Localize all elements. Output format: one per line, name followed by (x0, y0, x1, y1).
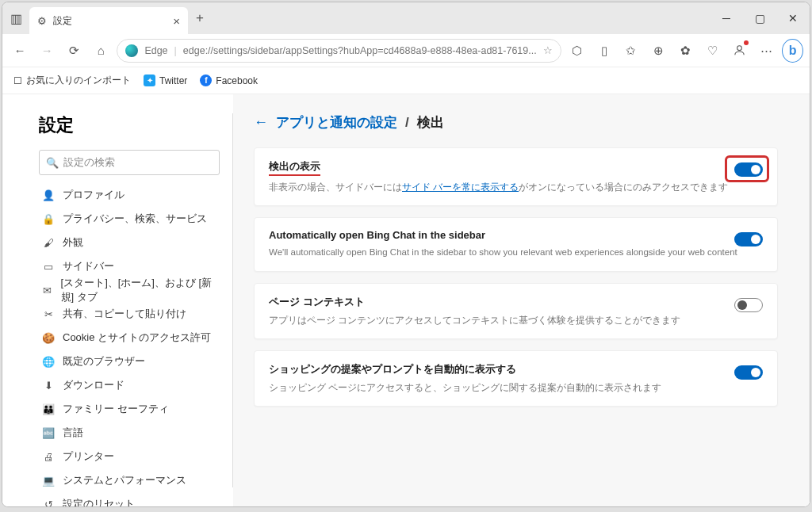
sidebar-item[interactable]: 👪ファミリー セーフティ (39, 397, 220, 421)
facebook-icon: f (200, 75, 212, 86)
fav-facebook[interactable]: fFacebook (200, 75, 258, 86)
favorites-icon[interactable]: ✩ (620, 39, 642, 63)
performance-icon[interactable]: ♡ (701, 39, 723, 63)
reading-icon[interactable]: ▯ (593, 39, 615, 63)
twitter-icon: ✦ (144, 75, 155, 86)
card-title: ページ コンテキスト (269, 295, 763, 309)
nav-item-icon: 🔤 (42, 427, 55, 439)
more-menu-icon[interactable]: ⋯ (755, 39, 777, 63)
sidebar-item[interactable]: ↺設定のリセット (39, 492, 220, 506)
breadcrumb-parent[interactable]: アプリと通知の設定 (276, 113, 397, 132)
nav-item-label: [スタート]、[ホーム]、および [新規] タブ (61, 276, 220, 304)
card-description: We'll automatically open Bing Chat in th… (269, 246, 763, 259)
nav-item-icon: 👤 (42, 189, 55, 201)
settings-card: Automatically open Bing Chat in the side… (254, 217, 778, 271)
maximize-button[interactable]: ▢ (743, 2, 776, 34)
nav-item-label: プロファイル (63, 188, 124, 202)
browser-tab[interactable]: ⚙ 設定 × (29, 7, 188, 34)
new-tab-button[interactable]: + (188, 10, 212, 26)
edge-logo-icon (125, 44, 138, 57)
nav-item-label: サイドバー (63, 259, 114, 273)
card-title: ショッピングの提案やプロンプトを自動的に表示する (269, 362, 763, 376)
nav-item-label: 言語 (63, 426, 83, 440)
nav-item-label: ダウンロード (63, 378, 124, 392)
nav-item-icon: 🌐 (42, 356, 55, 368)
card-description: アプリはページ コンテンツにアクセスしてコンテキストに基づく体験を提供することが… (269, 314, 763, 327)
sidebar-item[interactable]: ⬇ダウンロード (39, 373, 220, 397)
url-prefix: Edge (144, 45, 167, 56)
nav-item-icon: ▭ (42, 261, 55, 273)
nav-item-icon: 🖨 (42, 451, 55, 463)
toggle-switch[interactable] (734, 298, 763, 312)
settings-heading: 設定 (39, 113, 220, 137)
settings-search[interactable]: 🔍 設定の検索 (39, 150, 220, 175)
nav-item-label: 設定のリセット (63, 497, 135, 506)
nav-item-icon: 🍪 (42, 332, 55, 344)
tab-title: 設定 (53, 14, 72, 28)
toggle-switch[interactable] (734, 365, 763, 380)
nav-item-icon: ✉ (42, 285, 53, 296)
nav-item-icon: 👪 (42, 403, 55, 415)
sidebar-item[interactable]: 🍪Cookie とサイトのアクセス許可 (39, 326, 220, 350)
settings-card: ショッピングの提案やプロンプトを自動的に表示する ショッピング ページにアクセス… (254, 350, 778, 407)
nav-item-label: 共有、コピーして貼り付け (63, 307, 186, 321)
history-icon[interactable]: ✿ (674, 39, 696, 63)
sidebar-item[interactable]: 👤プロファイル (39, 183, 220, 207)
extensions-icon[interactable]: ⬡ (566, 39, 588, 63)
breadcrumb: ← アプリと通知の設定 / 検出 (254, 113, 778, 132)
breadcrumb-back[interactable]: ← (254, 114, 268, 131)
nav-item-label: プリンター (63, 449, 114, 464)
settings-sidebar: 設定 🔍 設定の検索 👤プロファイル🔒プライバシー、検索、サービス🖌外観▭サイド… (2, 94, 232, 506)
refresh-button[interactable]: ⟳ (63, 39, 85, 63)
card-title: Automatically open Bing Chat in the side… (269, 229, 763, 241)
nav-item-icon: ↺ (42, 499, 55, 507)
close-window-button[interactable]: ✕ (776, 2, 810, 34)
sidebar-item[interactable]: ▭サイドバー (39, 254, 220, 278)
sidebar-item[interactable]: ✉[スタート]、[ホーム]、および [新規] タブ (39, 278, 220, 302)
titlebar: ▥ ⚙ 設定 × + ─ ▢ ✕ (2, 2, 810, 34)
nav-item-label: ファミリー セーフティ (63, 402, 169, 416)
profile-avatar[interactable] (728, 39, 750, 63)
fav-twitter[interactable]: ✦Twitter (144, 75, 187, 86)
breadcrumb-current: 検出 (417, 113, 444, 132)
search-placeholder: 設定の検索 (63, 155, 115, 170)
svg-point-0 (737, 46, 741, 51)
favorite-star-icon[interactable]: ☆ (543, 44, 553, 56)
sidebar-item[interactable]: 🌐既定のブラウザー (39, 350, 220, 373)
url-field[interactable]: Edge | edge://settings/sidebar/appSettin… (117, 39, 561, 63)
gear-icon: ⚙ (37, 15, 47, 27)
close-tab-icon[interactable]: × (173, 14, 180, 28)
sidebar-item[interactable]: 🔤言語 (39, 421, 220, 445)
highlight-annotation (725, 155, 769, 182)
back-button[interactable]: ← (9, 39, 31, 63)
tab-overview-button[interactable]: ▥ (2, 5, 29, 32)
nav-item-icon: 🖌 (42, 237, 55, 249)
settings-card: ページ コンテキスト アプリはページ コンテンツにアクセスしてコンテキストに基づ… (254, 283, 778, 339)
address-bar: ← → ⟳ ⌂ Edge | edge://settings/sidebar/a… (2, 34, 810, 67)
sidebar-item[interactable]: 🔒プライバシー、検索、サービス (39, 207, 220, 231)
nav-item-label: 既定のブラウザー (63, 354, 145, 369)
nav-item-label: プライバシー、検索、サービス (63, 212, 207, 226)
nav-item-icon: 💻 (42, 475, 55, 487)
bing-chat-button[interactable]: b (782, 39, 803, 63)
nav-item-icon: 🔒 (42, 213, 55, 225)
nav-item-label: Cookie とサイトのアクセス許可 (63, 331, 211, 345)
card-description: ショッピング ページにアクセスすると、ショッピングに関する提案が自動的に表示され… (269, 381, 763, 395)
search-icon: 🔍 (46, 157, 59, 169)
minimize-button[interactable]: ─ (710, 2, 743, 34)
url-text: edge://settings/sidebar/appSettings?hubA… (183, 45, 537, 56)
settings-card: 検出の表示 非表示の場合、サイドバーにはサイド バーを常に表示するがオンになって… (254, 147, 778, 206)
collections-icon[interactable]: ⊕ (647, 39, 669, 63)
settings-content: ← アプリと通知の設定 / 検出 検出の表示 非表示の場合、サイドバーにはサイド… (233, 94, 810, 506)
sidebar-item[interactable]: 💻システムとパフォーマンス (39, 468, 220, 492)
nav-item-label: 外観 (63, 235, 83, 250)
card-title: 検出の表示 (269, 159, 763, 176)
favorites-bar: ☐ お気に入りのインポート ✦Twitter fFacebook (2, 67, 810, 94)
import-favorites[interactable]: ☐ お気に入りのインポート (13, 74, 131, 87)
home-button[interactable]: ⌂ (90, 39, 112, 63)
sidebar-item[interactable]: 🖨プリンター (39, 445, 220, 468)
sidebar-item[interactable]: 🖌外観 (39, 231, 220, 254)
sidebar-item[interactable]: ✂共有、コピーして貼り付け (39, 302, 220, 326)
nav-item-icon: ✂ (42, 308, 55, 320)
toggle-switch[interactable] (734, 232, 763, 246)
